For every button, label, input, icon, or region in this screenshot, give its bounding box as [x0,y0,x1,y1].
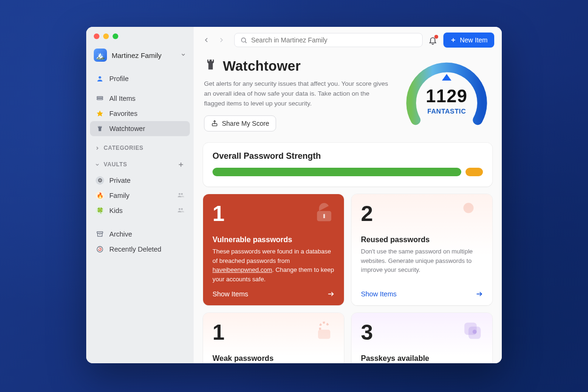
close-window-icon[interactable] [94,33,99,39]
issue-cards-grid: 1 Vulnerable passwords These passwords w… [203,194,492,305]
svg-point-24 [473,330,477,334]
hibp-link[interactable]: haveibeenpwned.com [212,266,272,273]
sidebar-item-label: Profile [109,75,129,82]
show-items-label: Show Items [361,290,397,298]
sidebar-vault-private[interactable]: ⚙︎ Private [90,173,190,188]
new-item-label: New Item [460,36,488,44]
categories-header[interactable]: CATEGORIES [86,138,194,154]
sidebar-item-profile[interactable]: Profile [90,71,190,86]
chevron-down-icon [180,51,186,59]
show-items-link[interactable]: Show Items [212,284,335,298]
vault-family-icon: 🔥 [96,191,104,200]
weak-lock-icon [312,318,336,344]
card-passkeys: 3 Passkeys available Passkeys are a more… [351,313,492,363]
arrow-right-icon [327,290,335,298]
issue-title: Weak passwords [212,354,335,363]
notification-dot-icon [434,35,438,39]
section-header-label: VAULTS [104,161,127,168]
svg-point-11 [242,38,246,42]
password-strength-card: Overall Password Strength [203,143,492,187]
share-icon [211,120,218,127]
issue-description: These passwords were found in a database… [212,247,335,284]
watchtower-icon [96,124,104,133]
svg-point-6 [179,208,180,210]
gauge-pointer-icon [442,74,451,81]
svg-point-4 [179,193,180,195]
search-input[interactable] [251,36,416,44]
sidebar-item-label: Family [109,192,130,199]
section-header-label: CATEGORIES [104,145,143,151]
sidebar-item-label: All Items [109,95,136,102]
svg-rect-1 [97,97,103,98]
sidebar-item-label: Favorites [109,110,138,117]
sidebar-item-label: Recently Deleted [109,245,161,253]
svg-rect-2 [97,98,103,100]
sidebar-item-all[interactable]: All Items [90,91,190,106]
nav-forward-button[interactable] [216,35,227,45]
vault-switcher-icon: 🏔️ [94,49,107,62]
star-icon [96,109,104,118]
watchtower-title-icon [204,58,217,74]
sidebar-item-label: Kids [109,207,122,214]
shared-icon [177,191,184,200]
share-score-label: Share My Score [222,120,269,127]
sidebar-item-watchtower[interactable]: Watchtower [90,121,190,136]
sidebar-item-archive[interactable]: Archive [90,227,190,242]
archive-icon [96,230,104,238]
profile-icon [96,74,104,83]
toolbar: New Item [194,27,502,52]
svg-point-10 [97,246,103,252]
unlock-icon [312,200,336,226]
sidebar-item-label: Archive [109,230,132,238]
shared-icon [177,206,184,215]
keys-icon [460,200,485,226]
show-items-link[interactable]: Show Items [361,284,483,298]
passkey-icon [460,318,485,344]
vaults-header[interactable]: VAULTS ＋ [86,154,194,171]
page-header: Watchtower Get alerts for any security i… [203,54,492,143]
issue-cards-grid-row2: 1 Weak passwords Weak passwords are easi… [203,313,492,363]
minimize-window-icon[interactable] [103,33,109,39]
new-item-button[interactable]: New Item [443,33,494,48]
score-value: 1129 [402,86,491,106]
sidebar-vault-kids[interactable]: 🍀 Kids [90,203,190,218]
page-title: Watchtower [204,58,391,74]
nav-back-button[interactable] [201,35,212,45]
zoom-window-icon[interactable] [113,33,118,39]
notification-bell[interactable] [427,34,439,46]
sidebar: 🏔️ Martinez Family Profile All Items [86,27,194,363]
strength-title: Overall Password Strength [212,151,483,161]
issue-title: Reused passwords [361,236,483,244]
issue-title: Vulnerable passwords [212,236,335,244]
chevron-down-icon [95,162,100,167]
svg-point-5 [181,193,183,195]
issue-title: Passkeys available [361,354,483,363]
page-title-text: Watchtower [223,58,301,74]
svg-line-12 [245,41,246,43]
vault-private-icon: ⚙︎ [96,176,104,185]
strength-bar-green [212,168,461,176]
svg-rect-21 [318,330,330,339]
vault-switcher[interactable]: 🏔️ Martinez Family [86,39,194,69]
card-vulnerable: 1 Vulnerable passwords These passwords w… [203,194,344,305]
search-field[interactable] [234,33,423,47]
page-description: Get alerts for any security issues that … [204,79,391,109]
content-scroll[interactable]: Watchtower Get alerts for any security i… [194,52,502,363]
svg-point-7 [181,208,183,210]
main-area: New Item Watchtower Get alerts for any s… [194,27,502,363]
svg-point-19 [464,203,474,213]
window-controls [86,27,194,39]
issue-description: Don't use the same password on multiple … [361,247,483,275]
score-gauge: 1129 FANTASTIC [402,58,491,133]
score-label: FANTASTIC [402,107,491,115]
sidebar-item-favorites[interactable]: Favorites [90,106,190,121]
show-items-label: Show Items [212,290,248,298]
add-vault-button[interactable]: ＋ [177,161,185,168]
sidebar-item-label: Private [109,177,131,184]
share-score-button[interactable]: Share My Score [204,115,276,131]
chevron-right-icon [95,146,100,151]
sidebar-vault-family[interactable]: 🔥 Family [90,188,190,203]
sidebar-item-recently-deleted[interactable]: Recently Deleted [90,242,190,257]
sidebar-item-label: Watchtower [109,125,145,132]
vault-switcher-label: Martinez Family [112,51,162,59]
